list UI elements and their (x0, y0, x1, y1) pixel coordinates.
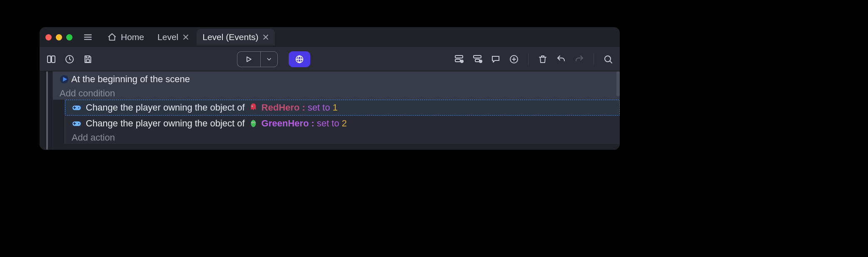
search-button[interactable] (601, 53, 615, 66)
operator-text: set to (317, 118, 339, 129)
svg-point-46 (254, 122, 255, 123)
controller-icon (72, 103, 82, 113)
app-window: Home Level Level (Events) (40, 27, 620, 150)
tab-level-events[interactable]: Level (Events) (197, 29, 275, 45)
toolbar-divider (594, 53, 594, 65)
svg-point-39 (78, 123, 79, 124)
play-button[interactable] (237, 51, 260, 67)
tab-level-label: Level (157, 32, 178, 42)
svg-rect-14 (455, 59, 460, 62)
svg-point-47 (252, 120, 254, 121)
events-editor: At the beginning of the scene Add condit… (40, 71, 620, 150)
toolbar (40, 47, 620, 71)
preview-group (237, 51, 278, 67)
object-name: GreenHero (262, 118, 309, 129)
home-icon (107, 33, 117, 42)
add-button[interactable] (507, 53, 521, 66)
tab-level[interactable]: Level (152, 29, 195, 45)
add-event-below-button[interactable] (452, 53, 466, 66)
object-name: RedHero (262, 102, 300, 113)
play-dropdown-button[interactable] (260, 51, 278, 67)
panel-toggle-button[interactable] (45, 53, 58, 66)
add-sub-event-button[interactable] (471, 53, 484, 66)
event-collapse-line[interactable] (46, 71, 48, 150)
condition-row[interactable]: At the beginning of the scene (53, 71, 620, 87)
svg-line-27 (610, 61, 612, 63)
svg-rect-10 (86, 60, 90, 62)
svg-rect-34 (73, 107, 76, 108)
titlebar: Home Level Level (Events) (40, 27, 620, 47)
tab-home[interactable]: Home (102, 29, 150, 45)
tab-bar: Home Level Level (Events) (102, 27, 277, 47)
events-area: At the beginning of the scene Add condit… (53, 71, 620, 150)
event-gutter[interactable] (40, 71, 53, 150)
close-icon[interactable] (182, 34, 189, 40)
action-text: Change the player owning the object of (86, 118, 245, 129)
menu-button[interactable] (82, 31, 94, 43)
undo-button[interactable] (554, 53, 568, 66)
red-hero-sprite-icon (249, 103, 258, 113)
svg-rect-19 (475, 59, 479, 62)
action-row[interactable]: Change the player owning the object of R… (65, 100, 620, 116)
svg-rect-7 (47, 56, 51, 63)
delete-button[interactable] (536, 53, 549, 66)
svg-point-45 (252, 122, 252, 123)
operator-text: set to (308, 102, 330, 113)
history-button[interactable] (63, 53, 76, 66)
svg-rect-18 (474, 55, 481, 58)
save-button[interactable] (81, 53, 95, 66)
close-icon[interactable] (262, 34, 269, 40)
redo-button[interactable] (573, 53, 586, 66)
scrollbar-thumb[interactable] (616, 71, 620, 96)
controller-icon (72, 118, 82, 128)
svg-rect-13 (455, 55, 463, 58)
maximize-window-button[interactable] (66, 34, 72, 40)
value-text: 2 (342, 118, 347, 129)
condition-text: At the beginning of the scene (71, 74, 190, 85)
action-row[interactable]: Change the player owning the object of G… (65, 116, 620, 131)
network-preview-button[interactable] (289, 51, 310, 67)
svg-point-36 (252, 106, 253, 107)
action-text: Change the player owning the object of (86, 102, 245, 113)
actions-block: Change the player owning the object of R… (65, 100, 620, 144)
minimize-window-button[interactable] (56, 34, 62, 40)
svg-point-32 (78, 107, 79, 108)
toolbar-divider (528, 53, 529, 65)
value-text: 1 (332, 102, 337, 113)
svg-rect-8 (52, 56, 55, 63)
condition-block: At the beginning of the scene Add condit… (53, 71, 620, 100)
close-window-button[interactable] (45, 34, 52, 40)
add-condition-link[interactable]: Add condition (53, 87, 620, 100)
add-comment-button[interactable] (489, 53, 502, 66)
add-action-link[interactable]: Add action (65, 131, 620, 144)
svg-marker-11 (247, 57, 251, 62)
window-controls (45, 34, 72, 40)
green-hero-sprite-icon (249, 118, 258, 128)
tab-level-events-label: Level (Events) (202, 32, 258, 42)
tab-home-label: Home (121, 32, 144, 42)
svg-rect-41 (73, 123, 76, 124)
scene-start-icon (60, 75, 69, 84)
